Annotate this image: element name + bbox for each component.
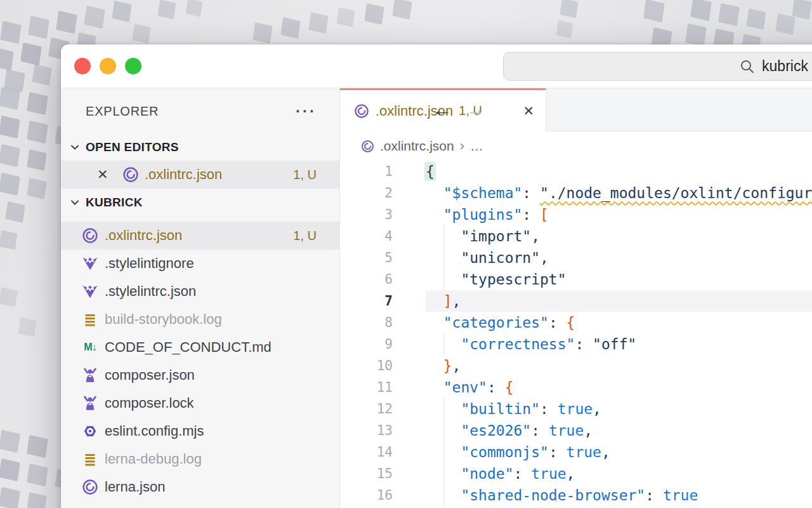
code-text: "typescript" (426, 269, 812, 290)
workspace-label: KUBRICK (86, 196, 143, 210)
stylelint-icon (82, 283, 98, 300)
code-text: "node": true, (426, 463, 812, 485)
file-name: eslint.config.mjs (105, 423, 204, 439)
file-name: .oxlintrc.json (105, 227, 182, 244)
breadcrumb-file[interactable]: .oxlintrc.json (380, 138, 454, 154)
back-arrow-icon[interactable]: ← (433, 98, 452, 121)
code-line[interactable]: 8 "categories": { (340, 312, 812, 333)
zoom-window-button[interactable] (125, 58, 141, 74)
code-text: "$schema": "./node_modules/oxlint/config… (426, 182, 812, 204)
code-text: "commonjs": true, (426, 441, 812, 463)
file-name: composer.lock (105, 395, 194, 411)
code-text: "correctness": "off" (426, 333, 812, 355)
editor-pane: .oxlintrc.json 1, U ✕ .oxlintrc.json › …… (340, 88, 812, 508)
file-row[interactable]: .oxlintrc.json1, U (61, 222, 339, 250)
modified-badge: 1, U (293, 168, 317, 182)
code-line[interactable]: 7 ], (340, 290, 812, 312)
file-row[interactable]: composer.lock (61, 389, 339, 417)
lerna-icon (82, 479, 98, 495)
oxlint-icon (82, 227, 98, 244)
forward-arrow-icon: → (466, 98, 485, 121)
oxlint-icon (361, 140, 374, 153)
breadcrumb-separator-icon: › (460, 138, 464, 154)
indent-guide (443, 485, 444, 506)
close-tab-icon[interactable]: ✕ (523, 104, 534, 119)
code-line[interactable]: 3 "plugins": [ (340, 204, 812, 225)
line-number: 2 (340, 182, 426, 204)
file-row[interactable]: eslint.config.mjs (61, 417, 339, 445)
editor-window: ← → kubrick EXPLORER ··· OPEN EDITORS ✕ … (61, 44, 812, 508)
line-number: 16 (340, 485, 426, 506)
code-line[interactable]: 1{ (340, 161, 812, 182)
code-line[interactable]: 4 "import", (340, 225, 812, 247)
breadcrumb[interactable]: .oxlintrc.json › … (340, 131, 812, 161)
breadcrumb-more[interactable]: … (470, 138, 484, 154)
code-line[interactable]: 15 "node": true, (340, 463, 812, 485)
stylelint-icon (82, 255, 98, 272)
composer-icon (82, 395, 98, 411)
close-window-button[interactable] (74, 58, 91, 74)
file-row[interactable]: lerna-debug.log (61, 445, 339, 473)
file-row[interactable]: .stylelintrc.json (61, 277, 339, 305)
line-number: 9 (340, 333, 426, 355)
file-row[interactable]: composer.json (61, 361, 339, 389)
file-row[interactable]: lerna.json (61, 473, 339, 501)
code-line[interactable]: 12 "builtin": true, (340, 398, 812, 420)
indent-guide (443, 441, 444, 463)
file-name: CODE_OF_CONDUCT.md (105, 339, 272, 356)
code-line[interactable]: 16 "shared-node-browser": true (340, 485, 812, 506)
code-text: }, (426, 355, 812, 377)
line-number: 10 (340, 355, 426, 377)
search-input[interactable]: kubrick (503, 52, 812, 81)
line-number: 5 (340, 247, 426, 269)
code-line[interactable]: 6 "typescript" (340, 269, 812, 290)
code-text: "unicorn", (426, 247, 812, 269)
more-actions-icon[interactable]: ··· (296, 102, 317, 120)
code-line[interactable]: 14 "commonjs": true, (340, 441, 812, 463)
line-number: 4 (340, 225, 426, 247)
code-text: "shared-node-browser": true (426, 485, 812, 506)
code-line[interactable]: 13 "es2026": true, (340, 420, 812, 441)
spacer (61, 217, 339, 222)
search-icon (740, 59, 755, 74)
code-text: ], (426, 290, 812, 312)
open-editor-item[interactable]: ✕ .oxlintrc.json 1, U (61, 161, 339, 189)
indent-guide (443, 463, 444, 485)
file-name: lerna.json (105, 479, 165, 495)
indent-guide (443, 225, 444, 247)
file-name: build-storybook.log (105, 311, 222, 328)
log-icon (82, 451, 98, 467)
code-text: "categories": { (426, 312, 812, 333)
eslint-icon (82, 423, 98, 439)
code-line[interactable]: 2 "$schema": "./node_modules/oxlint/conf… (340, 182, 812, 204)
minimize-window-button[interactable] (100, 58, 116, 74)
composer-icon (82, 367, 98, 384)
code-line[interactable]: 11 "env": { (340, 377, 812, 398)
oxlint-icon (122, 166, 139, 183)
line-number: 7 (340, 290, 426, 312)
search-value: kubrick (762, 58, 808, 75)
code-line[interactable]: 10 }, (340, 355, 812, 377)
indent-guide (443, 398, 444, 420)
file-name: .stylelintignore (105, 255, 194, 272)
oxlint-icon (354, 104, 369, 119)
explorer-title: EXPLORER (86, 104, 159, 119)
indent-guide (443, 420, 444, 441)
open-editor-filename: .oxlintrc.json (145, 166, 222, 183)
tab-strip: .oxlintrc.json 1, U ✕ (340, 88, 812, 131)
close-editor-icon[interactable]: ✕ (97, 167, 114, 182)
open-editors-header[interactable]: OPEN EDITORS (61, 134, 339, 161)
code-line[interactable]: 9 "correctness": "off" (340, 333, 812, 355)
indent-guide (443, 333, 444, 355)
line-number: 14 (340, 441, 426, 463)
modified-badge: 1, U (293, 229, 317, 243)
code-area[interactable]: 1{2 "$schema": "./node_modules/oxlint/co… (340, 161, 812, 508)
workspace-header[interactable]: KUBRICK (61, 189, 339, 217)
file-row[interactable]: M↓CODE_OF_CONDUCT.md (61, 333, 339, 361)
code-text: "env": { (426, 377, 812, 398)
file-row[interactable]: .stylelintignore (61, 250, 339, 277)
code-text: "es2026": true, (426, 420, 812, 441)
markdown-icon: M↓ (82, 339, 98, 356)
code-line[interactable]: 5 "unicorn", (340, 247, 812, 269)
file-row[interactable]: build-storybook.log (61, 305, 339, 333)
